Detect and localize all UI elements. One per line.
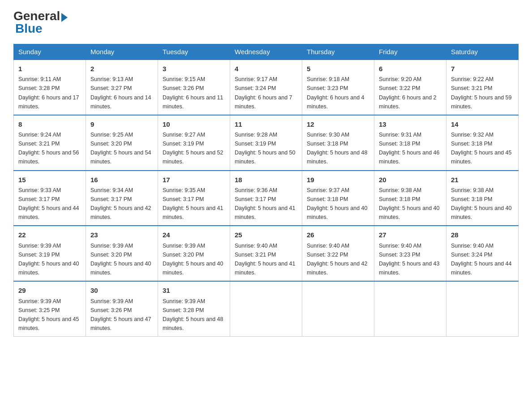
day-number: 22	[18, 230, 81, 240]
day-number: 11	[235, 119, 297, 129]
day-cell: 16 Sunrise: 9:34 AMSunset: 3:17 PMDaylig…	[86, 171, 158, 226]
day-number: 29	[18, 285, 81, 295]
day-info: Sunrise: 9:40 AMSunset: 3:21 PMDaylight:…	[235, 243, 296, 276]
day-cell: 10 Sunrise: 9:27 AMSunset: 3:19 PMDaylig…	[158, 115, 230, 171]
col-header-wednesday: Wednesday	[230, 44, 302, 60]
day-info: Sunrise: 9:20 AMSunset: 3:22 PMDaylight:…	[379, 76, 437, 109]
day-number: 31	[163, 285, 225, 295]
day-info: Sunrise: 9:38 AMSunset: 3:18 PMDaylight:…	[379, 187, 440, 220]
day-cell: 23 Sunrise: 9:39 AMSunset: 3:20 PMDaylig…	[86, 226, 158, 281]
day-cell: 24 Sunrise: 9:39 AMSunset: 3:20 PMDaylig…	[158, 226, 230, 281]
day-cell	[446, 281, 519, 336]
day-cell: 5 Sunrise: 9:18 AMSunset: 3:23 PMDayligh…	[302, 60, 374, 115]
day-info: Sunrise: 9:39 AMSunset: 3:25 PMDaylight:…	[18, 298, 79, 331]
day-cell: 20 Sunrise: 9:38 AMSunset: 3:18 PMDaylig…	[374, 171, 446, 226]
week-row-4: 22 Sunrise: 9:39 AMSunset: 3:19 PMDaylig…	[14, 226, 519, 281]
day-cell: 29 Sunrise: 9:39 AMSunset: 3:25 PMDaylig…	[14, 281, 86, 336]
day-info: Sunrise: 9:22 AMSunset: 3:21 PMDaylight:…	[451, 76, 512, 109]
day-cell: 2 Sunrise: 9:13 AMSunset: 3:27 PMDayligh…	[86, 60, 158, 115]
day-info: Sunrise: 9:39 AMSunset: 3:20 PMDaylight:…	[163, 243, 223, 276]
day-cell: 15 Sunrise: 9:33 AMSunset: 3:17 PMDaylig…	[14, 171, 86, 226]
day-number: 4	[235, 64, 297, 74]
day-cell: 8 Sunrise: 9:24 AMSunset: 3:21 PMDayligh…	[14, 115, 86, 171]
day-info: Sunrise: 9:18 AMSunset: 3:23 PMDaylight:…	[307, 76, 365, 109]
day-cell	[374, 281, 446, 336]
col-header-saturday: Saturday	[446, 44, 519, 60]
day-number: 18	[235, 175, 297, 185]
day-cell: 7 Sunrise: 9:22 AMSunset: 3:21 PMDayligh…	[446, 60, 519, 115]
day-info: Sunrise: 9:30 AMSunset: 3:18 PMDaylight:…	[307, 132, 368, 165]
day-number: 17	[163, 175, 225, 185]
day-cell: 21 Sunrise: 9:38 AMSunset: 3:18 PMDaylig…	[446, 171, 519, 226]
day-info: Sunrise: 9:39 AMSunset: 3:19 PMDaylight:…	[18, 243, 79, 276]
day-cell	[302, 281, 374, 336]
day-number: 30	[90, 285, 153, 295]
day-number: 2	[90, 64, 153, 74]
logo-arrow-icon	[61, 13, 68, 22]
day-info: Sunrise: 9:28 AMSunset: 3:19 PMDaylight:…	[235, 132, 296, 165]
day-info: Sunrise: 9:24 AMSunset: 3:21 PMDaylight:…	[18, 132, 79, 165]
day-number: 12	[307, 119, 369, 129]
day-info: Sunrise: 9:36 AMSunset: 3:17 PMDaylight:…	[235, 187, 296, 220]
day-info: Sunrise: 9:11 AMSunset: 3:28 PMDaylight:…	[18, 76, 79, 109]
day-number: 21	[451, 175, 514, 185]
day-number: 25	[235, 230, 297, 240]
day-info: Sunrise: 9:38 AMSunset: 3:18 PMDaylight:…	[451, 187, 512, 220]
header-row: SundayMondayTuesdayWednesdayThursdayFrid…	[14, 44, 519, 60]
day-cell: 14 Sunrise: 9:32 AMSunset: 3:18 PMDaylig…	[446, 115, 519, 171]
day-number: 15	[18, 175, 81, 185]
day-info: Sunrise: 9:31 AMSunset: 3:18 PMDaylight:…	[379, 132, 440, 165]
col-header-tuesday: Tuesday	[158, 44, 230, 60]
day-info: Sunrise: 9:35 AMSunset: 3:17 PMDaylight:…	[163, 187, 223, 220]
day-cell: 30 Sunrise: 9:39 AMSunset: 3:26 PMDaylig…	[86, 281, 158, 336]
calendar-table: SundayMondayTuesdayWednesdayThursdayFrid…	[13, 44, 519, 337]
day-cell: 31 Sunrise: 9:39 AMSunset: 3:28 PMDaylig…	[158, 281, 230, 336]
day-number: 14	[451, 119, 514, 129]
day-cell: 3 Sunrise: 9:15 AMSunset: 3:26 PMDayligh…	[158, 60, 230, 115]
week-row-3: 15 Sunrise: 9:33 AMSunset: 3:17 PMDaylig…	[14, 171, 519, 226]
day-cell: 12 Sunrise: 9:30 AMSunset: 3:18 PMDaylig…	[302, 115, 374, 171]
day-cell: 6 Sunrise: 9:20 AMSunset: 3:22 PMDayligh…	[374, 60, 446, 115]
day-number: 9	[90, 119, 153, 129]
day-info: Sunrise: 9:39 AMSunset: 3:26 PMDaylight:…	[90, 298, 151, 331]
day-cell	[230, 281, 302, 336]
day-info: Sunrise: 9:40 AMSunset: 3:24 PMDaylight:…	[451, 243, 512, 276]
day-number: 5	[307, 64, 369, 74]
day-cell: 13 Sunrise: 9:31 AMSunset: 3:18 PMDaylig…	[374, 115, 446, 171]
week-row-5: 29 Sunrise: 9:39 AMSunset: 3:25 PMDaylig…	[14, 281, 519, 336]
day-info: Sunrise: 9:17 AMSunset: 3:24 PMDaylight:…	[235, 76, 292, 109]
day-cell: 17 Sunrise: 9:35 AMSunset: 3:17 PMDaylig…	[158, 171, 230, 226]
day-info: Sunrise: 9:27 AMSunset: 3:19 PMDaylight:…	[163, 132, 223, 165]
day-number: 16	[90, 175, 153, 185]
day-cell: 26 Sunrise: 9:40 AMSunset: 3:22 PMDaylig…	[302, 226, 374, 281]
day-cell: 1 Sunrise: 9:11 AMSunset: 3:28 PMDayligh…	[14, 60, 86, 115]
logo: General Blue	[13, 9, 68, 36]
day-cell: 27 Sunrise: 9:40 AMSunset: 3:23 PMDaylig…	[374, 226, 446, 281]
day-cell: 9 Sunrise: 9:25 AMSunset: 3:20 PMDayligh…	[86, 115, 158, 171]
day-number: 1	[18, 64, 81, 74]
week-row-1: 1 Sunrise: 9:11 AMSunset: 3:28 PMDayligh…	[14, 60, 519, 115]
day-number: 10	[163, 119, 225, 129]
day-info: Sunrise: 9:13 AMSunset: 3:27 PMDaylight:…	[90, 76, 151, 109]
col-header-sunday: Sunday	[14, 44, 86, 60]
day-number: 8	[18, 119, 81, 129]
logo-blue-text: Blue	[15, 21, 43, 36]
day-number: 20	[379, 175, 442, 185]
page-header: General Blue	[13, 9, 519, 36]
day-cell: 25 Sunrise: 9:40 AMSunset: 3:21 PMDaylig…	[230, 226, 302, 281]
day-info: Sunrise: 9:40 AMSunset: 3:23 PMDaylight:…	[379, 243, 440, 276]
day-info: Sunrise: 9:32 AMSunset: 3:18 PMDaylight:…	[451, 132, 512, 165]
day-number: 3	[163, 64, 225, 74]
day-number: 26	[307, 230, 369, 240]
day-number: 24	[163, 230, 225, 240]
day-info: Sunrise: 9:37 AMSunset: 3:18 PMDaylight:…	[307, 187, 368, 220]
day-number: 13	[379, 119, 442, 129]
week-row-2: 8 Sunrise: 9:24 AMSunset: 3:21 PMDayligh…	[14, 115, 519, 171]
day-info: Sunrise: 9:34 AMSunset: 3:17 PMDaylight:…	[90, 187, 151, 220]
day-number: 6	[379, 64, 442, 74]
day-info: Sunrise: 9:33 AMSunset: 3:17 PMDaylight:…	[18, 187, 79, 220]
day-cell: 19 Sunrise: 9:37 AMSunset: 3:18 PMDaylig…	[302, 171, 374, 226]
col-header-monday: Monday	[86, 44, 158, 60]
col-header-thursday: Thursday	[302, 44, 374, 60]
day-info: Sunrise: 9:39 AMSunset: 3:20 PMDaylight:…	[90, 243, 151, 276]
